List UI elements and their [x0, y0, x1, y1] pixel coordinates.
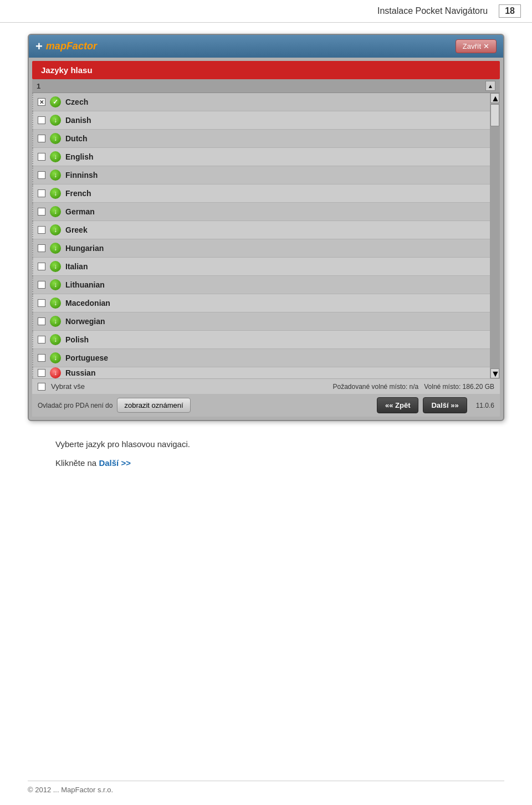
scroll-up-arrow[interactable]: ▲ — [490, 93, 499, 103]
page-header: Instalace Pocket Navigátoru 18 — [0, 0, 532, 23]
scrollbar-thumb[interactable] — [490, 104, 499, 126]
download-icon-dutch — [50, 133, 61, 144]
download-icon-greek — [50, 224, 61, 235]
scroll-up-button[interactable]: ▲ — [485, 81, 495, 91]
instruction-link[interactable]: Další >> — [99, 458, 131, 468]
space-required-label: Požadované volné místo: n/a — [332, 383, 418, 391]
language-checkbox-finninsh[interactable] — [38, 171, 45, 179]
download-icon-german — [50, 206, 61, 217]
status-bar: Vybrat vše Požadované volné místo: n/a V… — [32, 378, 500, 394]
download-icon-polish — [50, 334, 61, 345]
section-title-text: Jazyky hlasu — [41, 65, 93, 75]
version-label: 11.0.6 — [476, 402, 494, 409]
download-icon-danish — [50, 115, 61, 126]
download-icon-english — [50, 151, 61, 162]
language-name-greek: Greek — [65, 225, 88, 234]
list-number: 1 — [37, 82, 40, 90]
language-name-lithuanian: Lithuanian — [65, 280, 105, 289]
language-checkbox-lithuanian[interactable] — [38, 281, 45, 289]
installed-icon-czech — [50, 96, 61, 107]
language-name-danish: Danish — [65, 116, 91, 125]
list-item-partial-russian[interactable]: ↓ Russian — [32, 367, 490, 378]
list-area: 1 ▲ Czech — [32, 79, 500, 378]
language-name-portuguese: Portuguese — [65, 353, 108, 362]
list-item[interactable]: French — [32, 184, 490, 203]
language-checkbox-hungarian[interactable] — [38, 244, 45, 252]
space-free-label: Volné místo: 186.20 GB — [424, 383, 494, 391]
language-checkbox-english[interactable] — [38, 153, 45, 161]
language-checkbox-dutch[interactable] — [38, 135, 45, 142]
page-title: Instalace Pocket Navigátoru — [377, 6, 488, 16]
language-checkbox-portuguese[interactable] — [38, 354, 45, 362]
driver-notice-text: Ovladač pro PDA není do — [38, 402, 112, 409]
list-header-row: 1 ▲ — [32, 79, 500, 93]
download-icon-hungarian — [50, 243, 61, 254]
language-name-english: English — [65, 152, 94, 161]
language-checkbox-macedonian[interactable] — [38, 299, 45, 307]
list-item[interactable]: German — [32, 203, 490, 221]
list-item[interactable]: Finninsh — [32, 166, 490, 184]
list-item[interactable]: Danish — [32, 111, 490, 130]
list-item[interactable]: Dutch — [32, 130, 490, 148]
language-checkbox-italian[interactable] — [38, 263, 45, 270]
select-all-checkbox[interactable] — [38, 383, 45, 391]
russian-icon-inner: ↓ — [54, 369, 57, 377]
list-item[interactable]: Hungarian — [32, 239, 490, 258]
app-window: + mapFactor Zavřít ✕ Jazyky hlasu 1 ▲ — [28, 34, 504, 421]
language-name-macedonian: Macedonian — [65, 299, 110, 307]
list-item[interactable]: Italian — [32, 258, 490, 276]
logo-factor: Factor — [66, 40, 97, 52]
list-item[interactable]: Polish — [32, 331, 490, 349]
list-item[interactable]: Portuguese — [32, 349, 490, 367]
language-name-french: French — [65, 189, 91, 198]
download-icon-finninsh — [50, 170, 61, 181]
download-icon-norwegian — [50, 316, 61, 327]
list-item[interactable]: Macedonian — [32, 294, 490, 312]
download-icon-french — [50, 188, 61, 199]
language-checkbox-danish[interactable] — [38, 116, 45, 124]
logo-plus-icon: + — [35, 40, 43, 53]
main-content: + mapFactor Zavřít ✕ Jazyky hlasu 1 ▲ — [0, 23, 532, 498]
section-title-bar: Jazyky hlasu — [32, 61, 500, 79]
language-checkbox-french[interactable] — [38, 189, 45, 197]
page-number: 18 — [499, 4, 521, 18]
next-button[interactable]: Další »» — [423, 397, 467, 413]
language-checkbox-greek[interactable] — [38, 226, 45, 234]
language-checkbox-polish[interactable] — [38, 336, 45, 343]
language-name-dutch: Dutch — [65, 134, 88, 143]
instructions: Vyberte jazyk pro hlasovou navigaci. Kli… — [28, 421, 504, 486]
app-logo: + mapFactor — [35, 40, 97, 53]
logo-map: map — [46, 40, 66, 52]
list-item[interactable]: Greek — [32, 221, 490, 239]
language-checkbox-czech[interactable] — [38, 98, 45, 106]
back-button[interactable]: «« Zpět — [377, 397, 419, 413]
download-icon-portuguese — [50, 352, 61, 363]
show-notice-button[interactable]: zobrazit oznámení — [117, 398, 190, 413]
app-topbar: + mapFactor Zavřít ✕ — [29, 35, 503, 58]
list-item[interactable]: Norwegian — [32, 312, 490, 331]
language-checkbox-norwegian[interactable] — [38, 317, 45, 325]
action-bar: Ovladač pro PDA není do zobrazit oznámen… — [32, 394, 500, 417]
list-item[interactable]: Lithuanian — [32, 276, 490, 294]
download-icon-italian — [50, 261, 61, 272]
footer-text: © 2012 ... MapFactor s.r.o. — [28, 786, 113, 794]
download-icon-lithuanian — [50, 279, 61, 290]
download-icon-macedonian — [50, 298, 61, 309]
list-item[interactable]: Czech — [32, 93, 490, 111]
logo-text: mapFactor — [46, 40, 97, 52]
close-icon: ✕ — [483, 42, 489, 50]
language-checkbox-russian[interactable] — [38, 369, 45, 377]
close-button-label: Zavřít — [463, 42, 481, 50]
scroll-down-arrow[interactable]: ▼ — [490, 368, 499, 378]
instruction-line2: Klikněte na Další >> — [55, 457, 477, 470]
list-item[interactable]: English — [32, 148, 490, 166]
language-checkbox-german[interactable] — [38, 208, 45, 216]
language-list-container: Czech Danish Dutch — [32, 93, 490, 378]
close-button[interactable]: Zavřít ✕ — [456, 39, 497, 53]
language-name-hungarian: Hungarian — [65, 244, 104, 253]
language-name-russian: Russian — [65, 368, 95, 377]
language-list: Czech Danish Dutch — [32, 93, 490, 367]
page-footer: © 2012 ... MapFactor s.r.o. — [28, 781, 504, 794]
scrollbar-track[interactable]: ▲ ▼ — [490, 93, 500, 378]
language-name-german: German — [65, 207, 95, 216]
